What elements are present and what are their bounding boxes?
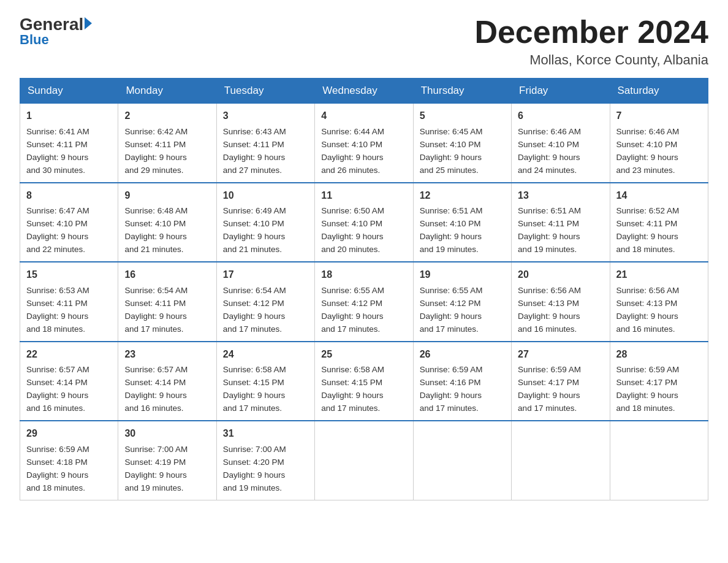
day-number: 13 (518, 188, 603, 204)
week-row-5: 29Sunrise: 6:59 AMSunset: 4:18 PMDayligh… (20, 421, 708, 500)
logo-arrow-icon (85, 17, 92, 29)
table-row: 27Sunrise: 6:59 AMSunset: 4:17 PMDayligh… (512, 342, 610, 421)
table-row (315, 421, 413, 500)
table-row: 24Sunrise: 6:58 AMSunset: 4:15 PMDayligh… (216, 342, 314, 421)
logo: General Blue (20, 15, 92, 48)
day-number: 28 (616, 347, 702, 362)
table-row: 3Sunrise: 6:43 AMSunset: 4:11 PMDaylight… (216, 104, 314, 183)
col-monday: Monday (118, 79, 216, 104)
table-row: 13Sunrise: 6:51 AMSunset: 4:11 PMDayligh… (512, 183, 610, 262)
table-row: 7Sunrise: 6:46 AMSunset: 4:10 PMDaylight… (610, 104, 708, 183)
col-thursday: Thursday (413, 79, 511, 104)
day-number: 8 (26, 188, 112, 204)
day-number: 21 (616, 267, 702, 283)
table-row: 19Sunrise: 6:55 AMSunset: 4:12 PMDayligh… (413, 262, 511, 341)
table-row: 2Sunrise: 6:42 AMSunset: 4:11 PMDaylight… (118, 104, 216, 183)
day-number: 11 (321, 188, 406, 204)
table-row: 17Sunrise: 6:54 AMSunset: 4:12 PMDayligh… (216, 262, 314, 341)
month-title: December 2024 (474, 15, 708, 50)
col-tuesday: Tuesday (216, 79, 314, 104)
calendar-table: Sunday Monday Tuesday Wednesday Thursday… (20, 78, 708, 500)
header-row: Sunday Monday Tuesday Wednesday Thursday… (20, 79, 708, 104)
day-number: 23 (124, 347, 210, 362)
day-number: 26 (420, 347, 505, 362)
table-row: 25Sunrise: 6:58 AMSunset: 4:15 PMDayligh… (315, 342, 413, 421)
table-row (610, 421, 708, 500)
col-wednesday: Wednesday (315, 79, 413, 104)
day-number: 20 (518, 267, 603, 283)
col-friday: Friday (512, 79, 610, 104)
day-number: 31 (223, 426, 308, 442)
day-number: 10 (223, 188, 308, 204)
day-number: 25 (321, 347, 406, 362)
day-number: 27 (518, 347, 603, 362)
table-row: 14Sunrise: 6:52 AMSunset: 4:11 PMDayligh… (610, 183, 708, 262)
table-row: 20Sunrise: 6:56 AMSunset: 4:13 PMDayligh… (512, 262, 610, 341)
table-row: 6Sunrise: 6:46 AMSunset: 4:10 PMDaylight… (512, 104, 610, 183)
day-number: 22 (26, 347, 112, 362)
day-number: 17 (223, 267, 308, 283)
table-row: 28Sunrise: 6:59 AMSunset: 4:17 PMDayligh… (610, 342, 708, 421)
day-number: 15 (26, 267, 112, 283)
week-row-1: 1Sunrise: 6:41 AMSunset: 4:11 PMDaylight… (20, 104, 708, 183)
table-row (413, 421, 511, 500)
day-number: 1 (26, 109, 112, 124)
table-row: 31Sunrise: 7:00 AMSunset: 4:20 PMDayligh… (216, 421, 314, 500)
day-number: 24 (223, 347, 308, 362)
week-row-3: 15Sunrise: 6:53 AMSunset: 4:11 PMDayligh… (20, 262, 708, 341)
day-number: 5 (420, 109, 505, 124)
day-number: 6 (518, 109, 603, 124)
day-number: 18 (321, 267, 406, 283)
table-row: 1Sunrise: 6:41 AMSunset: 4:11 PMDaylight… (20, 104, 118, 183)
table-row (512, 421, 610, 500)
week-row-2: 8Sunrise: 6:47 AMSunset: 4:10 PMDaylight… (20, 183, 708, 262)
table-row: 4Sunrise: 6:44 AMSunset: 4:10 PMDaylight… (315, 104, 413, 183)
table-row: 9Sunrise: 6:48 AMSunset: 4:10 PMDaylight… (118, 183, 216, 262)
day-number: 30 (124, 426, 210, 442)
table-row: 16Sunrise: 6:54 AMSunset: 4:11 PMDayligh… (118, 262, 216, 341)
day-number: 7 (616, 109, 702, 124)
day-number: 9 (124, 188, 210, 204)
day-number: 3 (223, 109, 308, 124)
location-title: Mollas, Korce County, Albania (474, 52, 708, 68)
table-row: 5Sunrise: 6:45 AMSunset: 4:10 PMDaylight… (413, 104, 511, 183)
table-row: 22Sunrise: 6:57 AMSunset: 4:14 PMDayligh… (20, 342, 118, 421)
table-row: 8Sunrise: 6:47 AMSunset: 4:10 PMDaylight… (20, 183, 118, 262)
title-section: December 2024 Mollas, Korce County, Alba… (474, 15, 708, 68)
table-row: 11Sunrise: 6:50 AMSunset: 4:10 PMDayligh… (315, 183, 413, 262)
day-number: 29 (26, 426, 112, 442)
day-number: 14 (616, 188, 702, 204)
table-row: 18Sunrise: 6:55 AMSunset: 4:12 PMDayligh… (315, 262, 413, 341)
col-sunday: Sunday (20, 79, 118, 104)
table-row: 23Sunrise: 6:57 AMSunset: 4:14 PMDayligh… (118, 342, 216, 421)
col-saturday: Saturday (610, 79, 708, 104)
table-row: 15Sunrise: 6:53 AMSunset: 4:11 PMDayligh… (20, 262, 118, 341)
week-row-4: 22Sunrise: 6:57 AMSunset: 4:14 PMDayligh… (20, 342, 708, 421)
day-number: 19 (420, 267, 505, 283)
day-number: 16 (124, 267, 210, 283)
day-number: 2 (124, 109, 210, 124)
table-row: 29Sunrise: 6:59 AMSunset: 4:18 PMDayligh… (20, 421, 118, 500)
day-number: 12 (420, 188, 505, 204)
logo-blue: Blue (20, 32, 49, 48)
table-row: 10Sunrise: 6:49 AMSunset: 4:10 PMDayligh… (216, 183, 314, 262)
day-number: 4 (321, 109, 406, 124)
table-row: 30Sunrise: 7:00 AMSunset: 4:19 PMDayligh… (118, 421, 216, 500)
table-row: 21Sunrise: 6:56 AMSunset: 4:13 PMDayligh… (610, 262, 708, 341)
page-header: General Blue December 2024 Mollas, Korce… (20, 15, 708, 68)
table-row: 26Sunrise: 6:59 AMSunset: 4:16 PMDayligh… (413, 342, 511, 421)
table-row: 12Sunrise: 6:51 AMSunset: 4:10 PMDayligh… (413, 183, 511, 262)
